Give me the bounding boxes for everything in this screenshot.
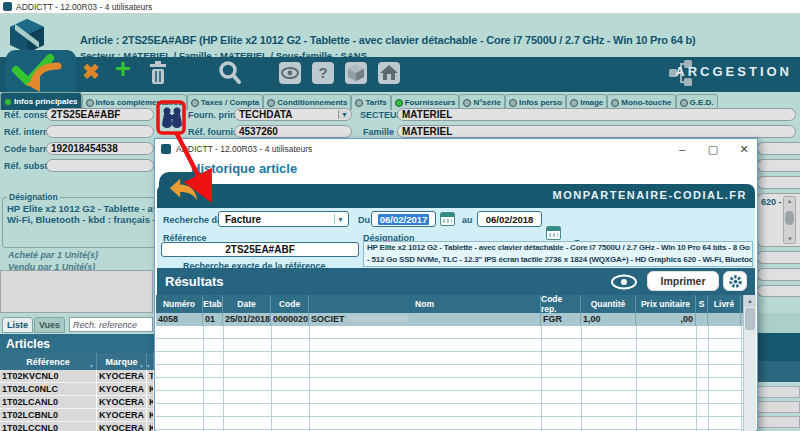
article-header: Article : 2TS25EA#ABF (HP Elite x2 1012 …	[0, 14, 800, 55]
col-s[interactable]: S	[696, 295, 708, 313]
history-search-panel: Recherche dans Facture ▼ Du 06/02/2017 a…	[157, 208, 755, 268]
fourn-principal-select[interactable]: TECHDATA ▼	[234, 108, 352, 121]
tab-status-dot	[191, 99, 199, 107]
date-from-field[interactable]: 06/02/2017	[371, 211, 436, 227]
results-table-header: Numéro Etab Date Code Nom Code rep. Quan…	[156, 295, 743, 313]
reference-input[interactable]	[161, 242, 359, 257]
col-etab[interactable]: Etab	[203, 295, 223, 313]
col-marque[interactable]: Marque	[97, 353, 147, 370]
col-numero[interactable]: Numéro	[156, 295, 203, 313]
col-nom[interactable]: Nom	[309, 295, 541, 313]
article-row[interactable]: 1T02LCANL0KYOCERAK	[0, 396, 154, 409]
tab-status-dot	[355, 99, 363, 107]
result-row-selected[interactable]: 4058 01 25/01/2018 00000203 SOCIET FGR 1…	[156, 313, 743, 326]
article-cube-icon	[8, 18, 46, 54]
tab-status-dot	[463, 99, 471, 107]
col-reference[interactable]: Référence	[0, 353, 97, 370]
calendar-icon[interactable]	[546, 226, 561, 240]
articles-table-header: Référence Marque	[0, 353, 154, 370]
col-prix-unitaire[interactable]: Prix unitaire	[636, 295, 696, 313]
app-icon	[161, 144, 171, 154]
ref-substi-field[interactable]	[46, 159, 154, 172]
famille-label: Famille	[363, 127, 394, 137]
minimize-button[interactable]: –	[669, 143, 695, 155]
tab-tarifs[interactable]: Tarifs	[351, 94, 390, 110]
du-label: Du	[358, 215, 370, 225]
secteur-field[interactable]: MATERIEL	[397, 108, 796, 121]
col-quantite[interactable]: Quantité	[581, 295, 636, 313]
back-button[interactable]	[159, 172, 207, 208]
cell-quantite: 1,00	[581, 313, 636, 326]
search-icon[interactable]	[218, 60, 242, 86]
col-code[interactable]: Code	[271, 295, 309, 313]
articles-table-body: 1T02KVCNL0KYOCERAT 1T02LC0NLCKYOCERAK 1T…	[0, 370, 154, 431]
scroll-up-icon[interactable]: ▲	[744, 295, 756, 307]
scope-select[interactable]: Facture ▼	[218, 211, 349, 227]
article-row[interactable]: 1T02LCCNL0KYOCERAK	[0, 422, 154, 431]
historique-article-dialog: ADDICTT - 12.00R03 - 4 utilisateurs – ▢ …	[154, 138, 758, 431]
delete-trash-icon[interactable]	[148, 60, 168, 86]
designation-display: HP Elite x2 1012 G2 - Tablette - avec cl…	[363, 241, 753, 267]
date-to-field[interactable]: 06/02/2018	[477, 211, 542, 227]
chevron-down-icon[interactable]: ▼	[338, 110, 350, 119]
settings-button[interactable]	[723, 271, 747, 291]
preview-eye-icon[interactable]	[610, 274, 638, 290]
svg-text:?: ?	[318, 64, 327, 81]
calendar-icon[interactable]	[440, 212, 455, 226]
col-livre[interactable]: Livré	[708, 295, 741, 313]
scroll-thumb[interactable]	[745, 308, 755, 330]
tab-vues[interactable]: Vues	[34, 317, 65, 333]
tab-liste[interactable]: Liste	[2, 317, 33, 333]
code-barre-label: Code barre	[4, 144, 52, 154]
cell-livre	[708, 313, 741, 326]
add-button[interactable]: +	[115, 54, 131, 85]
home-icon[interactable]	[377, 61, 401, 85]
application-window: ADDICTT - 12.00R03 - 4 utilisateurs Arti…	[0, 0, 800, 431]
results-empty-rows	[156, 326, 743, 431]
article-row[interactable]: 1T02LC0NLCKYOCERAK	[0, 383, 154, 396]
print-button[interactable]: Imprimer	[647, 271, 719, 291]
maximize-button[interactable]: ▢	[700, 143, 726, 156]
ref-fournisseur-field[interactable]: 4537260	[234, 125, 352, 138]
cell-numero: 4058	[156, 313, 203, 326]
tab-status-dot	[86, 99, 94, 107]
close-button[interactable]: ✕	[731, 143, 757, 156]
col-code-rep[interactable]: Code rep.	[541, 295, 581, 313]
article-row[interactable]: 1T02LCBNL0KYOCERAK	[0, 409, 154, 422]
binoculars-icon[interactable]	[161, 106, 183, 130]
tab-status-dot	[267, 99, 275, 107]
dialog-titlebar: ADDICTT - 12.00R03 - 4 utilisateurs – ▢ …	[155, 139, 757, 159]
ref-interne-field[interactable]	[46, 125, 154, 138]
tab-status-dot	[509, 99, 517, 107]
gear-icon	[728, 274, 743, 289]
article-row[interactable]: 1T02KVCNL0KYOCERAT	[0, 370, 154, 383]
view-article-icon[interactable]	[278, 61, 302, 85]
cell-code: 00000203	[271, 313, 309, 326]
product-cube-icon[interactable]	[344, 61, 368, 85]
main-titlebar: ADDICTT - 12.00R03 - 4 utilisateurs	[0, 0, 800, 14]
help-icon[interactable]: ?	[311, 61, 335, 85]
achete-par-text: Acheté par 1 Unité(s)	[8, 250, 98, 260]
tab-status-dot	[611, 99, 619, 107]
cell-s	[696, 313, 708, 326]
articles-section-title: Articles	[0, 334, 154, 353]
results-band: Résultats Imprimer	[157, 268, 755, 295]
designation-scrollbar[interactable]: ▲▼	[783, 196, 796, 244]
right-row-fragment	[757, 416, 800, 428]
au-label: au	[462, 215, 473, 225]
field-end	[757, 142, 800, 155]
results-scrollbar[interactable]: ▲	[743, 295, 756, 431]
cancel-button[interactable]: ✖	[82, 60, 100, 84]
code-barre-field[interactable]: 192018454538	[46, 142, 154, 155]
famille-field[interactable]: MATERIEL	[397, 125, 796, 138]
ref-constr-field[interactable]: 2TS25EA#ABF	[46, 108, 154, 121]
tab-status-dot	[680, 99, 688, 107]
validate-button[interactable]	[6, 50, 76, 92]
redacted-text	[348, 315, 408, 322]
col-date[interactable]: Date	[223, 295, 271, 313]
cell-code-rep: FGR	[541, 313, 581, 326]
field-end	[757, 285, 800, 297]
chevron-down-icon[interactable]: ▼	[334, 214, 346, 224]
article-search-input[interactable]	[69, 317, 153, 332]
field-end	[757, 159, 800, 172]
